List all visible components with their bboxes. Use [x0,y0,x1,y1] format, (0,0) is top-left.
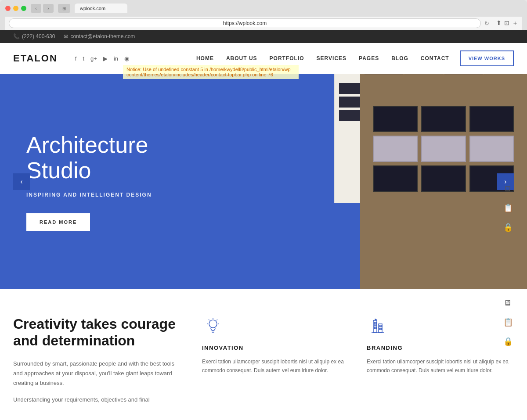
site-logo[interactable]: ETALON [13,44,58,73]
branding-title: BRANDING [367,345,514,351]
address-bar[interactable]: https://wplook.com [9,18,481,28]
lightbulb-svg [203,317,223,336]
hero-subtitle: INSPIRING AND INTELLIGENT DESIGN [26,192,152,198]
innovation-title: INNOVATION [202,345,349,351]
sidebar-desktop-icon[interactable]: 🖥 [503,184,513,194]
sidebar-lock-icon[interactable]: 🔒 [503,223,513,232]
email-item: ✉ contact@etalon-theme.com [64,33,135,39]
svg-rect-11 [374,322,375,323]
error-text: Notice: Use of undefined constant 5 in /… [126,67,292,77]
linkedin-link[interactable]: in [114,55,118,62]
sidebar-clipboard-icon[interactable]: 📋 [503,203,513,213]
youtube-link[interactable]: ▶ [103,55,108,62]
tab-bar: wplook.com [75,4,127,13]
feature-innovation: INNOVATION Exerci tation ullamcorper sus… [202,316,349,412]
window [421,165,466,192]
sidebar-lock-icon-2[interactable]: 🔒 [503,337,513,346]
svg-rect-13 [374,325,375,326]
feature-branding: BRANDING Exerci tation ullamcorper susci… [367,316,514,412]
window-glass [373,136,418,162]
email-address: contact@etalon-theme.com [70,33,135,39]
hero-section: Architecture Studio INSPIRING AND INTELL… [0,74,527,289]
window [373,165,418,192]
active-tab[interactable]: wplook.com [75,4,127,13]
svg-rect-17 [379,326,380,327]
share-icon[interactable]: ⬆ [496,19,502,27]
features-grid: INNOVATION Exerci tation ullamcorper sus… [202,316,514,412]
nav-services[interactable]: SERVICES [310,43,353,74]
prev-icon: ‹ [20,178,22,186]
window-glass [469,136,514,162]
svg-line-6 [209,319,209,320]
hero-prev-button[interactable]: ‹ [13,173,30,190]
window-glass [421,136,466,162]
maximize-button[interactable] [21,6,26,11]
website-content: 📞 (222) 400-630 ✉ contact@etalon-theme.c… [0,30,527,420]
svg-rect-12 [376,322,377,323]
facebook-link[interactable]: f [75,55,77,62]
svg-rect-14 [376,325,377,326]
svg-rect-16 [376,327,377,329]
view-toggle-button[interactable]: ⊞ [58,4,70,13]
building-svg [368,317,387,336]
minimize-button[interactable] [13,6,18,11]
phone-number: (222) 400-630 [22,33,55,39]
nav-buttons: ‹ › [31,4,54,13]
googleplus-link[interactable]: g+ [90,55,97,62]
browser-window: ‹ › ⊞ wplook.com https://wplook.com ↻ ⬆ … [0,0,527,30]
floating-sidebar: 🖥 📋 🔒 [503,184,513,232]
sidebar-desktop-icon-2[interactable]: 🖥 [503,298,513,308]
svg-point-0 [209,320,217,328]
forward-button[interactable]: › [43,4,54,13]
site-header: ETALON f t g+ ▶ in ◉ Notice: Use of unde… [0,43,527,74]
content-left: Creativity takes courage and determinati… [13,316,180,412]
content-title: Creativity takes courage and determinati… [13,316,180,349]
instagram-link[interactable]: ◉ [124,55,129,62]
phone-icon: 📞 [13,33,20,39]
innovation-icon [202,316,224,337]
content-section: Creativity takes courage and determinati… [0,289,527,420]
svg-rect-19 [379,328,380,330]
hero-read-more-button[interactable]: READ MORE [26,213,90,231]
back-button[interactable]: ‹ [31,4,41,13]
nav-pages[interactable]: PAGES [353,43,385,74]
window [469,106,514,132]
content-text-1: Surrounded by smart, passionate people a… [13,359,180,388]
close-button[interactable] [5,6,11,11]
brick-texture [360,74,527,79]
add-icon[interactable]: ＋ [512,19,518,27]
hero-background [184,74,527,289]
phone-item: 📞 (222) 400-630 [13,33,55,39]
content-text-2: Understanding your requirements, objecti… [13,395,180,405]
svg-rect-15 [374,327,375,329]
traffic-lights [5,6,26,11]
top-bar: 📞 (222) 400-630 ✉ contact@etalon-theme.c… [0,30,527,43]
view-works-button[interactable]: VIEW WORKS [460,50,514,66]
window [373,106,418,132]
branding-icon [367,316,389,337]
error-notice: Notice: Use of undefined constant 5 in /… [123,65,299,79]
refresh-icon[interactable]: ↻ [484,20,489,27]
svg-rect-18 [381,326,382,327]
hero-title: Architecture Studio [26,133,152,183]
branding-text: Exerci tation ullamcorper suscipit lobor… [367,357,514,375]
new-tab-icon[interactable]: ⊡ [504,19,509,27]
svg-line-4 [217,319,217,320]
sidebar-clipboard-icon-2[interactable]: 📋 [503,317,513,327]
tab-label: wplook.com [80,6,105,11]
nav-blog[interactable]: BLOG [385,43,415,74]
innovation-text: Exerci tation ullamcorper suscipit lobor… [202,357,349,375]
window [421,106,466,132]
twitter-link[interactable]: t [83,55,84,62]
email-icon: ✉ [64,33,68,39]
nav-contact[interactable]: CONTACT [415,43,455,74]
social-links: f t g+ ▶ in ◉ [71,55,134,62]
svg-rect-20 [381,328,382,330]
floating-sidebar-bottom: 🖥 📋 🔒 [503,298,513,346]
address-bar-row: https://wplook.com ↻ ⬆ ⊡ ＋ [5,17,522,30]
